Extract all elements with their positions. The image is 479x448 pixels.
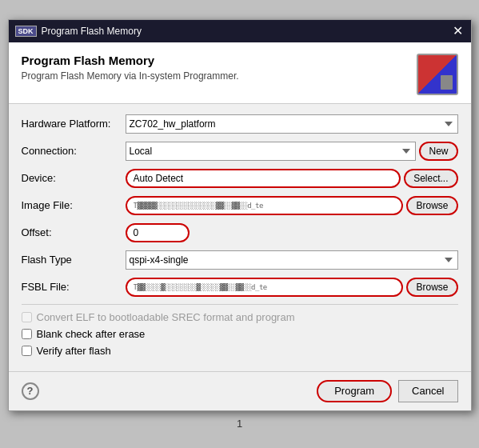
offset-control: [126, 223, 458, 242]
blank-check-row: Blank check after erase: [22, 328, 458, 340]
device-row: Device: Select...: [22, 168, 458, 189]
offset-input[interactable]: [126, 223, 190, 242]
dialog-footer: ? Program Cancel: [9, 371, 471, 410]
hardware-platform-row: Hardware Platform: ZC702_hw_platform: [22, 114, 458, 134]
convert-elf-row: Convert ELF to bootloadable SREC format …: [22, 311, 458, 323]
fsbl-file-path: T▓▓░░░░▓░░░░░░░░▓░░░░░▓▓░░▓▓░░d_te: [134, 283, 267, 291]
verify-after-checkbox[interactable]: [22, 346, 32, 356]
flash-icon: [417, 54, 458, 95]
blank-check-label: Blank check after erase: [37, 328, 146, 340]
convert-elf-checkbox[interactable]: [22, 312, 32, 322]
dialog-header: Program Flash Memory Program Flash Memor…: [9, 42, 471, 104]
offset-row: Offset:: [22, 222, 458, 243]
browse-fsbl-button[interactable]: Browse: [406, 278, 457, 297]
fsbl-file-control: T▓▓░░░░▓░░░░░░░░▓░░░░░▓▓░░▓▓░░d_te Brows…: [126, 278, 458, 297]
page-number: 1: [237, 418, 242, 430]
flash-type-label: Flash Type: [22, 254, 126, 266]
title-bar-title: Program Flash Memory: [42, 26, 142, 37]
divider: [22, 304, 458, 305]
image-file-label: Image File:: [22, 199, 126, 211]
title-bar-left: SDK Program Flash Memory: [15, 26, 142, 37]
footer-buttons: Program Cancel: [317, 380, 457, 402]
cancel-button[interactable]: Cancel: [398, 380, 457, 402]
flash-type-control: qspi-x4-single: [126, 250, 458, 270]
device-control: Select...: [126, 169, 458, 188]
connection-label: Connection:: [22, 145, 126, 157]
help-button[interactable]: ?: [22, 382, 39, 400]
fsbl-file-label: FSBL File:: [22, 281, 126, 293]
title-bar: SDK Program Flash Memory ✕: [9, 20, 471, 42]
blank-check-checkbox[interactable]: [22, 329, 32, 339]
program-button[interactable]: Program: [317, 380, 392, 402]
verify-after-row: Verify after flash: [22, 345, 458, 357]
program-flash-dialog: SDK Program Flash Memory ✕ Program Flash…: [8, 19, 472, 411]
fsbl-file-row: FSBL File: T▓▓░░░░▓░░░░░░░░▓░░░░░▓▓░░▓▓░…: [22, 277, 458, 298]
connection-select[interactable]: Local: [126, 142, 417, 161]
device-input[interactable]: [126, 169, 401, 188]
dialog-title: Program Flash Memory: [22, 54, 239, 67]
verify-after-label: Verify after flash: [37, 345, 111, 357]
new-button[interactable]: New: [419, 142, 457, 161]
image-file-display: T▓▓▓▓▓░░░░░░░░░░░░░░░▓▓░░▓▓░░d_te: [126, 196, 404, 215]
hardware-platform-control: ZC702_hw_platform: [126, 114, 458, 134]
offset-label: Offset:: [22, 226, 126, 238]
dialog-body: Hardware Platform: ZC702_hw_platform Con…: [9, 104, 471, 371]
close-button[interactable]: ✕: [451, 25, 465, 38]
flash-type-row: Flash Type qspi-x4-single: [22, 250, 458, 270]
fsbl-file-display: T▓▓░░░░▓░░░░░░░░▓░░░░░▓▓░░▓▓░░d_te: [126, 278, 404, 297]
select-button[interactable]: Select...: [404, 169, 457, 188]
connection-row: Connection: Local New: [22, 141, 458, 162]
connection-control: Local New: [126, 142, 458, 161]
hardware-platform-label: Hardware Platform:: [22, 118, 126, 130]
browse-image-button[interactable]: Browse: [406, 196, 457, 215]
image-file-control: T▓▓▓▓▓░░░░░░░░░░░░░░░▓▓░░▓▓░░d_te Browse: [126, 196, 458, 215]
header-text: Program Flash Memory Program Flash Memor…: [22, 54, 239, 82]
flash-type-select[interactable]: qspi-x4-single: [126, 250, 458, 270]
hardware-platform-select[interactable]: ZC702_hw_platform: [126, 114, 458, 134]
convert-elf-label: Convert ELF to bootloadable SREC format …: [37, 311, 295, 323]
sdk-badge: SDK: [15, 26, 37, 37]
device-label: Device:: [22, 172, 126, 184]
image-file-row: Image File: T▓▓▓▓▓░░░░░░░░░░░░░░░▓▓░░▓▓░…: [22, 195, 458, 216]
image-file-path: T▓▓▓▓▓░░░░░░░░░░░░░░░▓▓░░▓▓░░d_te: [134, 202, 263, 210]
dialog-subtitle: Program Flash Memory via In-system Progr…: [22, 70, 239, 82]
